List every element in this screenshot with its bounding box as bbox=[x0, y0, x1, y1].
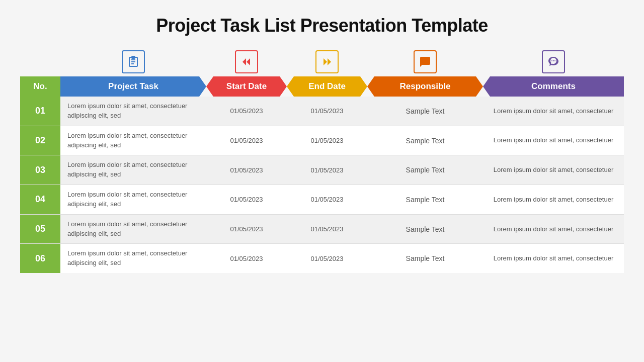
row-number: 04 bbox=[20, 185, 60, 215]
header-task: Project Task bbox=[60, 76, 206, 97]
row-start-date: 01/05/2023 bbox=[206, 126, 287, 156]
table-row: 05 Lorem ipsum dolor sit amet, consectet… bbox=[20, 215, 624, 244]
row-comments: Lorem ipsum dolor sit amet, consectetuer bbox=[483, 215, 624, 244]
row-end-date: 01/05/2023 bbox=[287, 155, 367, 185]
row-end-date: 01/05/2023 bbox=[287, 215, 367, 244]
row-task: Lorem ipsum dolor sit amet, consectetuer… bbox=[60, 215, 206, 244]
row-number: 05 bbox=[20, 215, 60, 244]
start-icon-cell bbox=[206, 50, 287, 76]
row-start-date: 01/05/2023 bbox=[206, 215, 287, 244]
row-task: Lorem ipsum dolor sit amet, consectetuer… bbox=[60, 97, 206, 126]
no-icon-cell bbox=[20, 50, 60, 76]
row-task: Lorem ipsum dolor sit amet, consectetuer… bbox=[60, 185, 206, 215]
row-task: Lorem ipsum dolor sit amet, consectetuer… bbox=[60, 126, 206, 156]
comments-icon-cell bbox=[483, 50, 624, 76]
header-end: End Date bbox=[287, 76, 367, 97]
comments-icon bbox=[542, 50, 565, 73]
responsible-icon bbox=[414, 50, 437, 73]
table-row: 01 Lorem ipsum dolor sit amet, consectet… bbox=[20, 97, 624, 126]
table-wrapper: No. Project Task Start Date End Date Res… bbox=[20, 50, 624, 352]
row-end-date: 01/05/2023 bbox=[287, 97, 367, 126]
header-responsible: Responsible bbox=[367, 76, 483, 97]
svg-point-7 bbox=[554, 60, 555, 61]
end-icon-cell bbox=[287, 50, 367, 76]
table-row: 03 Lorem ipsum dolor sit amet, consectet… bbox=[20, 155, 624, 185]
row-start-date: 01/05/2023 bbox=[206, 97, 287, 126]
svg-point-6 bbox=[553, 60, 554, 61]
row-end-date: 01/05/2023 bbox=[287, 244, 367, 273]
table-row: 06 Lorem ipsum dolor sit amet, consectet… bbox=[20, 244, 624, 273]
row-number: 03 bbox=[20, 155, 60, 185]
row-task: Lorem ipsum dolor sit amet, consectetuer… bbox=[60, 244, 206, 273]
row-task: Lorem ipsum dolor sit amet, consectetuer… bbox=[60, 155, 206, 185]
responsible-icon-cell bbox=[367, 50, 483, 76]
row-responsible: Sample Text bbox=[367, 215, 483, 244]
row-responsible: Sample Text bbox=[367, 126, 483, 156]
table-row: 02 Lorem ipsum dolor sit amet, consectet… bbox=[20, 126, 624, 156]
end-date-icon bbox=[315, 50, 339, 73]
task-icon-cell bbox=[60, 50, 206, 76]
row-responsible: Sample Text bbox=[367, 155, 483, 185]
row-comments: Lorem ipsum dolor sit amet, consectetuer bbox=[483, 185, 624, 215]
header-no: No. bbox=[20, 76, 60, 97]
slide: Project Task List Presentation Template bbox=[0, 0, 644, 362]
row-comments: Lorem ipsum dolor sit amet, consectetuer bbox=[483, 97, 624, 126]
row-start-date: 01/05/2023 bbox=[206, 155, 287, 185]
row-comments: Lorem ipsum dolor sit amet, consectetuer bbox=[483, 155, 624, 185]
page-title: Project Task List Presentation Template bbox=[156, 15, 488, 36]
row-comments: Lorem ipsum dolor sit amet, consectetuer bbox=[483, 126, 624, 156]
start-date-icon bbox=[235, 50, 258, 73]
row-number: 06 bbox=[20, 244, 60, 273]
table-row: 04 Lorem ipsum dolor sit amet, consectet… bbox=[20, 185, 624, 215]
row-end-date: 01/05/2023 bbox=[287, 185, 367, 215]
task-icon bbox=[122, 50, 145, 73]
row-responsible: Sample Text bbox=[367, 244, 483, 273]
header-comments: Comments bbox=[483, 76, 624, 97]
row-number: 02 bbox=[20, 126, 60, 156]
svg-rect-4 bbox=[132, 56, 135, 58]
row-start-date: 01/05/2023 bbox=[206, 185, 287, 215]
row-end-date: 01/05/2023 bbox=[287, 126, 367, 156]
row-start-date: 01/05/2023 bbox=[206, 244, 287, 273]
row-number: 01 bbox=[20, 97, 60, 126]
header-start: Start Date bbox=[206, 76, 287, 97]
icon-row bbox=[20, 50, 624, 76]
svg-point-5 bbox=[551, 60, 552, 61]
task-table: No. Project Task Start Date End Date Res… bbox=[20, 50, 624, 273]
row-comments: Lorem ipsum dolor sit amet, consectetuer bbox=[483, 244, 624, 273]
row-responsible: Sample Text bbox=[367, 185, 483, 215]
row-responsible: Sample Text bbox=[367, 97, 483, 126]
header-row: No. Project Task Start Date End Date Res… bbox=[20, 76, 624, 97]
